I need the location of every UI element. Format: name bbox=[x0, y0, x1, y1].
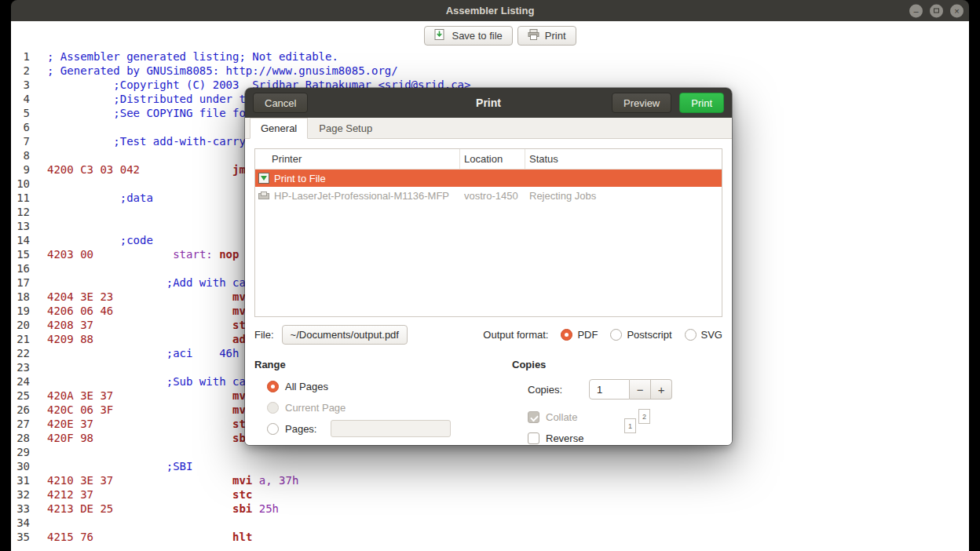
toolbar: Save to file Print bbox=[21, 21, 969, 49]
line-number: 25 bbox=[11, 389, 30, 403]
column-header-printer[interactable]: Printer bbox=[255, 149, 460, 169]
collate-label: Collate bbox=[546, 411, 577, 423]
code-text bbox=[30, 360, 53, 374]
checkbox-icon bbox=[528, 432, 539, 444]
format-postscript-label: Postscript bbox=[627, 329, 671, 341]
line-number: 16 bbox=[11, 261, 30, 276]
line-number: 12 bbox=[11, 205, 30, 219]
radio-icon bbox=[610, 329, 622, 341]
reverse-label: Reverse bbox=[546, 432, 583, 444]
printer-location: vostro-1450 bbox=[460, 190, 525, 202]
save-button-label: Save to file bbox=[452, 30, 502, 42]
code-text bbox=[30, 219, 53, 233]
file-path-button[interactable]: ~/Documents/output.pdf bbox=[282, 325, 408, 345]
all-pages-label: All Pages bbox=[285, 381, 328, 392]
code-line: 2; Generated by GNUSim8085: http://www.g… bbox=[11, 64, 969, 78]
format-radio-svg[interactable]: SVG bbox=[685, 329, 722, 341]
preview-button[interactable]: Preview bbox=[612, 93, 671, 113]
line-number: 23 bbox=[11, 360, 30, 374]
print-to-file-icon bbox=[258, 173, 269, 184]
code-line: 334213 DE 25 sbi 25h bbox=[11, 502, 969, 516]
preview-page-1: 1 bbox=[624, 418, 636, 433]
code-text: ;SBI bbox=[30, 459, 192, 473]
minimize-icon[interactable]: – bbox=[909, 4, 923, 17]
code-text bbox=[30, 205, 53, 219]
line-number: 10 bbox=[11, 177, 30, 191]
code-text: 4203 00 start: nop bbox=[30, 247, 239, 261]
collate-preview: 2 1 bbox=[624, 409, 650, 433]
window-controls: – × bbox=[909, 4, 964, 17]
radio-icon bbox=[267, 423, 279, 435]
code-text: 4213 DE 25 sbi 25h bbox=[30, 502, 279, 516]
line-number: 22 bbox=[11, 346, 30, 360]
line-number: 29 bbox=[11, 445, 30, 459]
copies-increment-button[interactable]: + bbox=[651, 379, 672, 400]
line-number: 1 bbox=[11, 49, 30, 64]
code-text: ;data bbox=[30, 191, 153, 205]
code-line: 1; Assembler generated listing; Not edit… bbox=[11, 49, 969, 64]
output-format-label: Output format: bbox=[483, 329, 548, 341]
copies-label: Copies: bbox=[528, 384, 562, 396]
printer-list: Printer Location Status Print to FileHP-… bbox=[254, 148, 722, 317]
code-text bbox=[30, 445, 53, 459]
print-confirm-button[interactable]: Print bbox=[679, 93, 724, 113]
copies-input[interactable]: 1 bbox=[589, 379, 630, 400]
tab-page-setup[interactable]: Page Setup bbox=[308, 118, 383, 138]
screen: Assembler Listing – × Save to file bbox=[0, 0, 980, 551]
line-number: 31 bbox=[11, 473, 30, 487]
cancel-button[interactable]: Cancel bbox=[253, 93, 308, 113]
print-button-label: Print bbox=[545, 30, 566, 42]
options-section: Range All Pages Current Page Pages: bbox=[254, 359, 722, 445]
current-page-label: Current Page bbox=[285, 402, 346, 414]
code-text: 4208 37 stc bbox=[30, 318, 252, 332]
range-radio-pages[interactable]: Pages: bbox=[267, 421, 512, 436]
file-label: File: bbox=[254, 329, 274, 341]
line-number: 7 bbox=[11, 134, 30, 148]
column-header-status[interactable]: Status bbox=[525, 149, 722, 169]
close-icon[interactable]: × bbox=[950, 4, 964, 17]
print-button[interactable]: Print bbox=[517, 26, 576, 46]
copies-stepper: 1 − + bbox=[589, 379, 672, 400]
code-text: 420F 98 sbb b bbox=[30, 431, 265, 445]
save-icon bbox=[434, 29, 446, 42]
tab-general[interactable]: General bbox=[250, 118, 308, 139]
printer-row[interactable]: Print to File bbox=[255, 170, 722, 187]
copies-checkboxes: Collate Reverse bbox=[512, 411, 722, 445]
code-text: 4212 37 stc bbox=[30, 487, 252, 502]
line-number: 4 bbox=[11, 92, 30, 106]
line-number: 21 bbox=[11, 332, 30, 346]
line-number: 19 bbox=[11, 304, 30, 318]
pages-input[interactable] bbox=[331, 420, 451, 437]
print-dialog-title: Print bbox=[476, 97, 501, 109]
range-section: Range All Pages Current Page Pages: bbox=[254, 359, 512, 445]
print-dialog-body: General Page Setup Printer Location Stat… bbox=[245, 118, 732, 445]
line-number: 34 bbox=[11, 516, 30, 530]
format-pdf-label: PDF bbox=[577, 329, 598, 341]
save-to-file-button[interactable]: Save to file bbox=[424, 26, 512, 46]
code-line: 324212 37 stc bbox=[11, 487, 969, 502]
copies-row: Copies: 1 − + bbox=[512, 379, 722, 400]
titlebar: Assembler Listing – × bbox=[11, 0, 969, 21]
line-number: 17 bbox=[11, 276, 30, 290]
printer-icon bbox=[528, 29, 539, 42]
column-header-location[interactable]: Location bbox=[460, 149, 525, 169]
range-radio-all-pages[interactable]: All Pages bbox=[267, 379, 512, 393]
code-line: 29 bbox=[11, 445, 969, 459]
checkbox-icon bbox=[528, 411, 539, 423]
copies-decrement-button[interactable]: − bbox=[630, 379, 651, 400]
code-text: ;Add with carry bbox=[30, 276, 265, 290]
print-dialog-header: Cancel Print Preview Print bbox=[245, 88, 732, 118]
file-row: File: ~/Documents/output.pdf Output form… bbox=[254, 325, 722, 345]
range-radio-current-page[interactable]: Current Page bbox=[267, 400, 512, 414]
copies-heading: Copies bbox=[512, 359, 722, 370]
reverse-checkbox[interactable]: Reverse bbox=[528, 432, 722, 445]
line-number: 27 bbox=[11, 417, 30, 431]
code-text bbox=[30, 148, 53, 162]
line-number: 11 bbox=[11, 191, 30, 205]
code-line: 30 ;SBI bbox=[11, 459, 969, 473]
maximize-icon[interactable] bbox=[930, 4, 943, 17]
printer-row[interactable]: HP-LaserJet-Professional-M1136-MFPvostro… bbox=[255, 187, 722, 204]
code-text bbox=[30, 177, 53, 191]
format-radio-pdf[interactable]: PDF bbox=[561, 329, 598, 341]
format-radio-postscript[interactable]: Postscript bbox=[610, 329, 671, 341]
